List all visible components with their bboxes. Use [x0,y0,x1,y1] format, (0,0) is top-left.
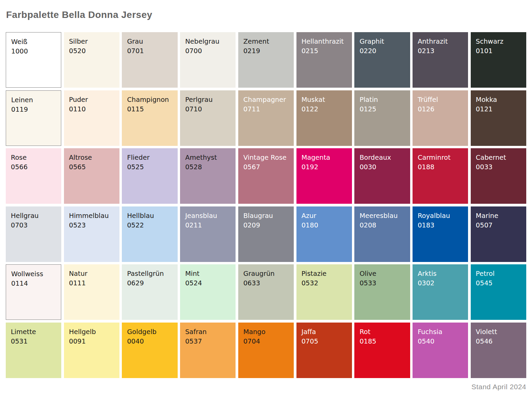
swatch-name: Violett [476,327,524,337]
swatch-code: 0209 [243,221,291,230]
swatch-name: Mint [185,269,233,279]
swatch-name: Marine [476,211,524,221]
swatch-code: 0033 [476,162,524,172]
color-swatch: Schwarz0101 [471,32,526,88]
swatch-name: Schwarz [476,37,524,46]
color-swatch: Pastellgrün0629 [122,264,177,320]
color-swatch: Violett0546 [471,323,526,378]
color-swatch: Petrol0545 [471,264,526,320]
swatch-code: 0540 [418,337,465,346]
color-swatch: Champagner0711 [238,90,294,146]
swatch-code: 0565 [69,162,117,172]
color-swatch: Arktis0302 [413,264,468,320]
swatch-name: Hellanthrazit [302,37,349,46]
swatch-code: 0101 [476,46,524,56]
color-swatch: Silber0520 [64,32,119,88]
color-swatch: Meeresblau0208 [354,206,410,262]
swatch-code: 0520 [69,46,117,56]
swatch-name: Rot [359,327,407,337]
swatch-name: Silber [69,37,117,46]
swatch-code: 0546 [476,337,524,346]
swatch-name: Olive [359,269,407,279]
swatch-code: 0114 [11,279,58,288]
color-swatch: Anthrazit0213 [413,32,468,88]
color-swatch: Azur0180 [296,206,352,262]
swatch-code: 0633 [243,279,291,288]
swatch-name: Mokka [476,95,524,105]
swatch-code: 0522 [127,221,175,230]
color-swatch: Magenta0192 [296,148,352,204]
swatch-code: 0030 [359,162,407,172]
swatch-name: Mango [243,327,291,337]
color-swatch: Graugrün0633 [238,264,294,320]
swatch-name: Amethyst [185,153,233,162]
swatch-code: 0215 [302,46,349,56]
color-swatch: Flieder0525 [122,148,177,204]
color-swatch: Jeansblau0211 [180,206,236,262]
swatch-name: Fuchsia [418,327,465,337]
swatch-code: 1000 [11,47,58,56]
swatch-code: 0710 [185,105,233,114]
swatch-code: 0040 [127,337,175,346]
swatch-code: 0537 [185,337,233,346]
color-swatch: Royalblau0183 [413,206,468,262]
color-swatch: Blaugrau0209 [238,206,294,262]
swatch-name: Limette [11,327,59,337]
swatch-code: 0111 [69,279,117,288]
swatch-name: Magenta [302,153,349,162]
swatch-name: Muskat [302,95,349,105]
swatch-code: 0532 [302,279,349,288]
color-swatch: Trüffel0126 [413,90,468,146]
color-swatch: Himmelblau0523 [64,206,119,262]
swatch-name: Azur [302,211,349,221]
swatch-code: 0302 [418,279,465,288]
color-swatch: Platin0125 [354,90,410,146]
swatch-code: 0219 [243,46,291,56]
swatch-name: Cabernet [476,153,524,162]
color-swatch: Weiß1000 [6,32,61,88]
swatch-code: 0091 [69,337,117,346]
swatch-name: Rose [11,153,59,162]
color-swatch: Goldgelb0040 [122,323,177,378]
swatch-code: 0211 [185,221,233,230]
swatch-code: 0525 [127,162,175,172]
swatch-name: Pistazie [302,269,349,279]
color-swatch: Cabernet0033 [471,148,526,204]
color-swatch: Hellblau0522 [122,206,177,262]
color-swatch: Altrose0565 [64,148,119,204]
swatch-code: 0208 [359,221,407,230]
color-swatch: Rot0185 [354,323,410,378]
swatch-name: Hellgrau [11,211,59,221]
color-swatch: Muskat0122 [296,90,352,146]
color-swatch: Mint0524 [180,264,236,320]
color-swatch: Jaffa0705 [296,323,352,378]
swatch-name: Royalblau [418,211,465,221]
swatch-code: 0115 [127,105,175,114]
color-swatch-grid: Weiß1000Silber0520Grau0701Nebelgrau0700Z… [6,32,526,378]
page-title: Farbpalette Bella Donna Jersey [6,9,152,20]
swatch-name: Leinen [11,95,58,105]
swatch-code: 0531 [11,337,59,346]
swatch-name: Graphit [359,37,407,46]
color-swatch: Perlgrau0710 [180,90,236,146]
swatch-code: 0119 [11,105,58,114]
color-swatch: Safran0537 [180,323,236,378]
color-palette-page: Farbpalette Bella Donna Jersey Weiß1000S… [0,0,532,396]
swatch-name: Safran [185,327,233,337]
swatch-name: Hellgelb [69,327,117,337]
swatch-code: 0711 [243,105,291,114]
swatch-code: 0122 [302,105,349,114]
revision-date-label: Stand April 2024 [471,383,526,391]
swatch-code: 0704 [243,337,291,346]
swatch-name: Zement [243,37,291,46]
color-swatch: Grau0701 [122,32,177,88]
swatch-name: Nebelgrau [185,37,233,46]
swatch-code: 0705 [302,337,349,346]
swatch-name: Natur [69,269,117,279]
color-swatch: Hellanthrazit0215 [296,32,352,88]
swatch-name: Flieder [127,153,175,162]
swatch-name: Meeresblau [359,211,407,221]
swatch-code: 0523 [69,221,117,230]
color-swatch: Graphit0220 [354,32,410,88]
swatch-name: Vintage Rose [243,153,291,162]
